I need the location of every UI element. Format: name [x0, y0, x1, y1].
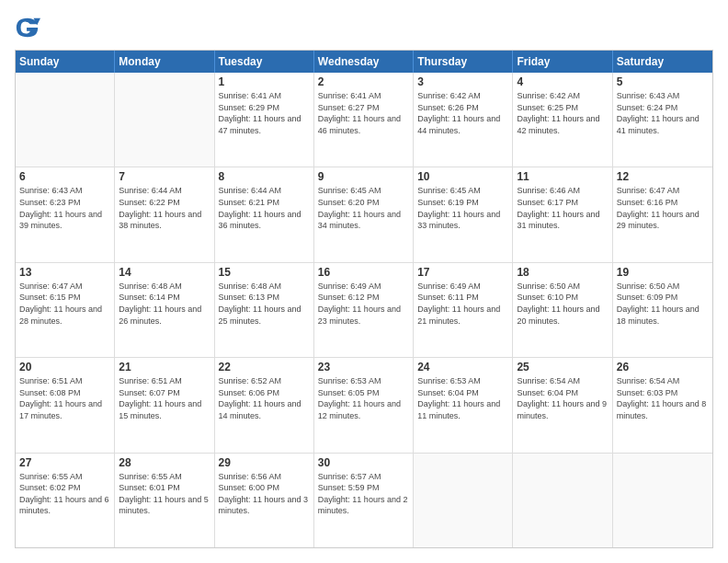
day-number: 29	[219, 456, 310, 469]
cal-cell: 17Sunrise: 6:49 AM Sunset: 6:11 PM Dayli…	[414, 263, 513, 357]
day-number: 7	[119, 170, 210, 183]
day-number: 20	[19, 361, 110, 373]
cell-info: Sunrise: 6:48 AM Sunset: 6:13 PM Dayligh…	[219, 281, 310, 327]
cal-week-3: 13Sunrise: 6:47 AM Sunset: 6:15 PM Dayli…	[16, 263, 712, 358]
cell-info: Sunrise: 6:41 AM Sunset: 6:29 PM Dayligh…	[219, 90, 310, 136]
day-number: 19	[617, 266, 709, 279]
cell-info: Sunrise: 6:57 AM Sunset: 5:59 PM Dayligh…	[318, 471, 409, 517]
cell-info: Sunrise: 6:51 AM Sunset: 6:07 PM Dayligh…	[119, 375, 210, 421]
cal-cell: 14Sunrise: 6:48 AM Sunset: 6:14 PM Dayli…	[115, 263, 214, 357]
day-number: 9	[318, 170, 409, 183]
cal-header-thursday: Thursday	[414, 51, 513, 73]
cal-cell: 4Sunrise: 6:42 AM Sunset: 6:25 PM Daylig…	[513, 73, 612, 167]
cell-info: Sunrise: 6:54 AM Sunset: 6:04 PM Dayligh…	[517, 375, 608, 421]
day-number: 6	[19, 170, 110, 183]
cell-info: Sunrise: 6:54 AM Sunset: 6:03 PM Dayligh…	[617, 375, 709, 421]
cal-header-saturday: Saturday	[613, 51, 712, 73]
cal-week-2: 6Sunrise: 6:43 AM Sunset: 6:23 PM Daylig…	[16, 167, 712, 262]
cell-info: Sunrise: 6:43 AM Sunset: 6:23 PM Dayligh…	[19, 185, 110, 231]
cell-info: Sunrise: 6:56 AM Sunset: 6:00 PM Dayligh…	[219, 471, 310, 517]
cell-info: Sunrise: 6:44 AM Sunset: 6:21 PM Dayligh…	[219, 185, 310, 231]
day-number: 2	[318, 75, 409, 88]
cal-cell: 19Sunrise: 6:50 AM Sunset: 6:09 PM Dayli…	[613, 263, 712, 357]
cal-cell	[16, 73, 115, 167]
cell-info: Sunrise: 6:50 AM Sunset: 6:10 PM Dayligh…	[517, 281, 608, 327]
day-number: 16	[318, 266, 409, 279]
cell-info: Sunrise: 6:45 AM Sunset: 6:20 PM Dayligh…	[318, 185, 409, 231]
day-number: 1	[219, 75, 310, 88]
cell-info: Sunrise: 6:53 AM Sunset: 6:05 PM Dayligh…	[318, 375, 409, 421]
cal-cell: 24Sunrise: 6:53 AM Sunset: 6:04 PM Dayli…	[414, 358, 513, 452]
cal-header-friday: Friday	[513, 51, 612, 73]
cal-cell	[513, 454, 612, 547]
day-number: 15	[219, 266, 310, 279]
day-number: 13	[19, 266, 110, 279]
cal-header-sunday: Sunday	[16, 51, 115, 73]
cal-cell: 12Sunrise: 6:47 AM Sunset: 6:16 PM Dayli…	[613, 167, 712, 261]
cal-cell: 22Sunrise: 6:52 AM Sunset: 6:06 PM Dayli…	[215, 358, 314, 452]
cell-info: Sunrise: 6:50 AM Sunset: 6:09 PM Dayligh…	[617, 281, 709, 327]
cell-info: Sunrise: 6:51 AM Sunset: 6:08 PM Dayligh…	[19, 375, 110, 421]
day-number: 21	[119, 361, 210, 373]
cal-cell: 13Sunrise: 6:47 AM Sunset: 6:15 PM Dayli…	[16, 263, 115, 357]
cal-cell	[115, 73, 214, 167]
day-number: 27	[19, 456, 110, 469]
cell-info: Sunrise: 6:42 AM Sunset: 6:26 PM Dayligh…	[417, 90, 508, 136]
day-number: 5	[617, 75, 709, 88]
cal-cell: 20Sunrise: 6:51 AM Sunset: 6:08 PM Dayli…	[16, 358, 115, 452]
cal-cell: 7Sunrise: 6:44 AM Sunset: 6:22 PM Daylig…	[115, 167, 214, 261]
day-number: 26	[617, 361, 709, 373]
cal-cell: 11Sunrise: 6:46 AM Sunset: 6:17 PM Dayli…	[513, 167, 612, 261]
cal-cell: 21Sunrise: 6:51 AM Sunset: 6:07 PM Dayli…	[115, 358, 214, 452]
cell-info: Sunrise: 6:52 AM Sunset: 6:06 PM Dayligh…	[219, 375, 310, 421]
day-number: 23	[318, 361, 409, 373]
cal-cell: 3Sunrise: 6:42 AM Sunset: 6:26 PM Daylig…	[414, 73, 513, 167]
cell-info: Sunrise: 6:45 AM Sunset: 6:19 PM Dayligh…	[417, 185, 508, 231]
cal-cell: 1Sunrise: 6:41 AM Sunset: 6:29 PM Daylig…	[215, 73, 314, 167]
day-number: 11	[517, 170, 608, 183]
cal-cell: 9Sunrise: 6:45 AM Sunset: 6:20 PM Daylig…	[314, 167, 414, 261]
cal-cell: 28Sunrise: 6:55 AM Sunset: 6:01 PM Dayli…	[115, 454, 214, 547]
day-number: 17	[417, 266, 508, 279]
cell-info: Sunrise: 6:49 AM Sunset: 6:11 PM Dayligh…	[417, 281, 508, 327]
cal-cell: 27Sunrise: 6:55 AM Sunset: 6:02 PM Dayli…	[16, 454, 115, 547]
cal-cell: 18Sunrise: 6:50 AM Sunset: 6:10 PM Dayli…	[513, 263, 612, 357]
day-number: 3	[417, 75, 508, 88]
logo-icon	[15, 15, 40, 40]
cal-cell: 8Sunrise: 6:44 AM Sunset: 6:21 PM Daylig…	[215, 167, 314, 261]
cell-info: Sunrise: 6:47 AM Sunset: 6:15 PM Dayligh…	[19, 281, 110, 327]
logo	[15, 15, 44, 40]
day-number: 4	[517, 75, 608, 88]
cal-week-4: 20Sunrise: 6:51 AM Sunset: 6:08 PM Dayli…	[16, 358, 712, 453]
cell-info: Sunrise: 6:48 AM Sunset: 6:14 PM Dayligh…	[119, 281, 210, 327]
cell-info: Sunrise: 6:55 AM Sunset: 6:02 PM Dayligh…	[19, 471, 110, 517]
cal-week-5: 27Sunrise: 6:55 AM Sunset: 6:02 PM Dayli…	[16, 454, 712, 547]
cell-info: Sunrise: 6:53 AM Sunset: 6:04 PM Dayligh…	[417, 375, 508, 421]
day-number: 22	[219, 361, 310, 373]
calendar-body: 1Sunrise: 6:41 AM Sunset: 6:29 PM Daylig…	[16, 73, 712, 547]
cal-cell	[414, 454, 513, 547]
calendar-header: SundayMondayTuesdayWednesdayThursdayFrid…	[16, 51, 712, 73]
cal-header-wednesday: Wednesday	[314, 51, 414, 73]
cell-info: Sunrise: 6:42 AM Sunset: 6:25 PM Dayligh…	[517, 90, 608, 136]
day-number: 24	[417, 361, 508, 373]
day-number: 8	[219, 170, 310, 183]
calendar: SundayMondayTuesdayWednesdayThursdayFrid…	[15, 50, 713, 548]
day-number: 12	[617, 170, 709, 183]
cal-cell: 23Sunrise: 6:53 AM Sunset: 6:05 PM Dayli…	[314, 358, 414, 452]
cell-info: Sunrise: 6:43 AM Sunset: 6:24 PM Dayligh…	[617, 90, 709, 136]
header	[15, 15, 713, 40]
page: SundayMondayTuesdayWednesdayThursdayFrid…	[0, 0, 728, 563]
day-number: 25	[517, 361, 608, 373]
cell-info: Sunrise: 6:44 AM Sunset: 6:22 PM Dayligh…	[119, 185, 210, 231]
day-number: 30	[318, 456, 409, 469]
cal-header-tuesday: Tuesday	[215, 51, 314, 73]
day-number: 14	[119, 266, 210, 279]
cal-cell: 16Sunrise: 6:49 AM Sunset: 6:12 PM Dayli…	[314, 263, 414, 357]
day-number: 10	[417, 170, 508, 183]
cell-info: Sunrise: 6:55 AM Sunset: 6:01 PM Dayligh…	[119, 471, 210, 517]
day-number: 28	[119, 456, 210, 469]
cal-cell: 25Sunrise: 6:54 AM Sunset: 6:04 PM Dayli…	[513, 358, 612, 452]
cal-cell: 5Sunrise: 6:43 AM Sunset: 6:24 PM Daylig…	[613, 73, 712, 167]
cal-header-monday: Monday	[115, 51, 214, 73]
